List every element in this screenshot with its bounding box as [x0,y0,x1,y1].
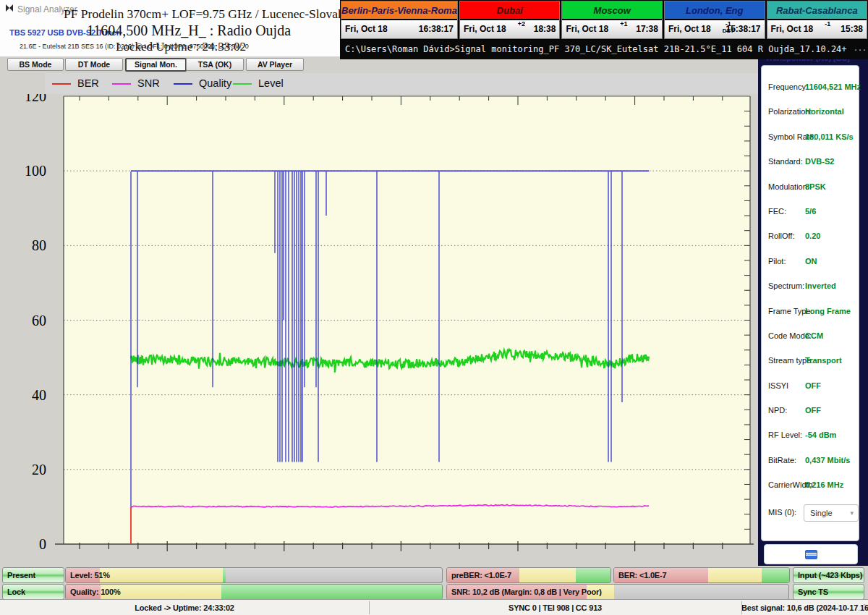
tab-signal-mon-[interactable]: Signal Mon. [125,58,187,72]
clock-3: MoscowFri, Oct 18+117:38 [561,1,663,39]
clock-utc-offset: +2 [518,21,525,27]
clock-date: Fri, Oct 18 [668,24,711,34]
legend-line-quality [174,83,192,85]
ber-progress-bar: BER: <1.0E-7 [613,567,790,583]
status-uptime: Locked -> Uptime: 24:33:02 [0,600,369,615]
panel-row-standard-: Standard:DVB-S2 [762,149,859,174]
uptime-overlay: Locked Uptime : 24:33:02 [116,40,246,54]
clock-utc-offset: +1 [620,21,627,27]
panel-row-stream-type-: Stream type:Transport [762,348,859,373]
panel-row-rolloff-: RollOff:0.20 [762,224,859,248]
panel-row-modulation-: Modulation:8PSK [762,174,859,199]
resize-grip[interactable]: ⋰ [858,603,867,612]
dish-title-overlay: PF Prodelin 370cm+ LOF=9.75 GHz / Lucene… [64,7,339,22]
legend-label-ber: BER [77,77,99,89]
save-button[interactable] [764,544,858,564]
signal-monitor-chart: 020406080100120 [0,94,761,572]
tab-tsa-ok-[interactable]: TSA (OK) [186,58,244,71]
legend-label-snr: SNR [137,77,160,89]
panel-row-spectrum-: Spectrum:Inverted [762,273,859,298]
panel-row-frame-type-: Frame Type:Long Frame [762,299,859,323]
clock-city-label: Dubai [460,1,560,19]
panel-row-frequency-: Frequency:11604,521 MHz [762,75,859,99]
clock-time: 16:38:17 [419,24,454,34]
snr-progress-bar: SNR: 10,2 dB (Margin: 0,8 dB | Very Poor… [446,584,789,600]
status-bar: Locked -> Uptime: 24:33:02 SYNC 0 | TEI … [0,599,868,615]
input-indicator: Input (~423 Kbps) [793,567,864,583]
clock-time: 17:38 [636,24,658,34]
clock-city-label: Rabat-Casablanca [767,1,867,19]
quality-progress-bar: Quality: 100% [65,584,443,600]
panel-row-issyi: ISSYIOFF [762,373,859,398]
legend-label-quality: Quality [199,77,231,89]
legend-line-snr [112,83,131,85]
y-tick-label-120: 120 [25,94,46,104]
command-prompt-window[interactable]: C:\Users\Roman Dávid>Signal monitoring_P… [340,40,868,59]
clock-1: Berlin-Paris-Vienna-RomaFri, Oct 1816:38… [341,1,458,39]
chevron-down-icon: ▾ [850,505,854,521]
legend-line-level [233,83,252,85]
mis-label: MIS (0): [768,508,796,517]
clock-city-label: London, Eng [665,1,765,19]
y-tick-label-100: 100 [25,163,46,179]
y-tick-label-80: 80 [32,237,46,253]
clock-time-row: Fri, Oct 18+117:38 [562,19,662,38]
y-tick-label-0: 0 [39,536,46,552]
panel-row-code-mode-: Code Mode:CCM [762,323,859,348]
clock-4: London, EngFri, Oct 18-1DST15:38:17 [664,1,765,39]
panel-row-pilot-: Pilot:ON [762,249,859,273]
chart-legend: BERSNRQualityLevel [45,73,841,94]
panel-row-carrierwidth-: CarrierWidth:0,216 MHz [762,472,859,497]
panel-row-fec-: FEC:5/6 [762,199,859,224]
clock-city-label: Moscow [562,1,662,19]
app-header: Signal Analyzer PF Prodelin 370cm+ LOF=9… [0,0,340,56]
y-tick-label-20: 20 [32,462,46,478]
present-indicator: Present [2,567,64,583]
clock-utc-offset: -1 [825,21,830,27]
clock-time: 18:38 [534,24,556,34]
clock-time: 15:38 [841,24,863,34]
world-clock-bar: Berlin-Paris-Vienna-RomaFri, Oct 1816:38… [340,0,868,40]
clock-date: Fri, Oct 18 [566,24,608,34]
panel-row-polarization-: Polarization:Horizontal [762,99,859,124]
y-tick-label-60: 60 [32,313,46,328]
tab-bs-mode[interactable]: BS Mode [7,58,64,71]
clock-time-row: Fri, Oct 18-1DST15:38:17 [665,19,765,38]
clock-time-row: Fri, Oct 18+218:38 [460,19,560,38]
disk-icon [805,550,817,559]
mis-selected-value: Single [810,509,833,517]
y-tick-label-40: 40 [32,387,46,403]
clock-time-row: Fri, Oct 1816:38:17 [341,19,457,38]
tab-dt-mode[interactable]: DT Mode [65,58,123,71]
transponder-panel: Frequency:11604,521 MHzPolarization:Hori… [761,65,859,541]
clock-date: Fri, Oct 18 [771,24,814,34]
clock-2: DubaiFri, Oct 18+218:38 [459,1,561,39]
frequency-overlay: 11604,500 MHz_H_ : Radio Oujda [87,22,291,39]
sync-indicator: Sync TS [793,584,864,600]
mode-tab-bar: BS ModeDT ModeSignal Mon.TSA (OK)AV Play… [0,58,333,71]
panel-row-bitrate-: BitRate:0,437 Mbit/s [762,448,859,472]
command-prompt-more: ... [854,44,867,52]
clock-5: Rabat-CasablancaFri, Oct 18-115:38 [767,1,868,39]
mis-select[interactable]: Single ▾ [804,504,859,522]
legend-label-level: Level [258,77,284,89]
clock-date: Fri, Oct 18 [345,24,388,34]
level-progress-bar: Level: 51% [65,567,443,583]
preber-progress-bar: preBER: <1.0E-7 [446,567,611,583]
tab-av-player[interactable]: AV Player [246,58,304,71]
status-best-signal: Best signal: 10,6 dB (2024-10-17 16:22) [741,600,857,615]
command-prompt-line: C:\Users\Roman Dávid>Signal monitoring_P… [345,44,847,54]
clock-date: Fri, Oct 18 [464,24,506,34]
legend-line-ber [52,83,71,85]
clock-time-row: Fri, Oct 18-115:38 [767,19,867,38]
status-sync-counters: SYNC 0 | TEI 908 | CC 913 [369,600,741,615]
clock-time: 15:38:17 [726,24,760,34]
app-icon [5,4,14,14]
lock-indicator: Lock [2,584,64,600]
clock-city-label: Berlin-Paris-Vienna-Roma [341,1,457,19]
panel-row-npd-: NPD:OFF [762,398,859,423]
panel-row-symbol-rate-: Symbol Rate:180,011 KS/s [762,124,859,149]
panel-row-rf-level-: RF Level:-54 dBm [762,423,859,447]
